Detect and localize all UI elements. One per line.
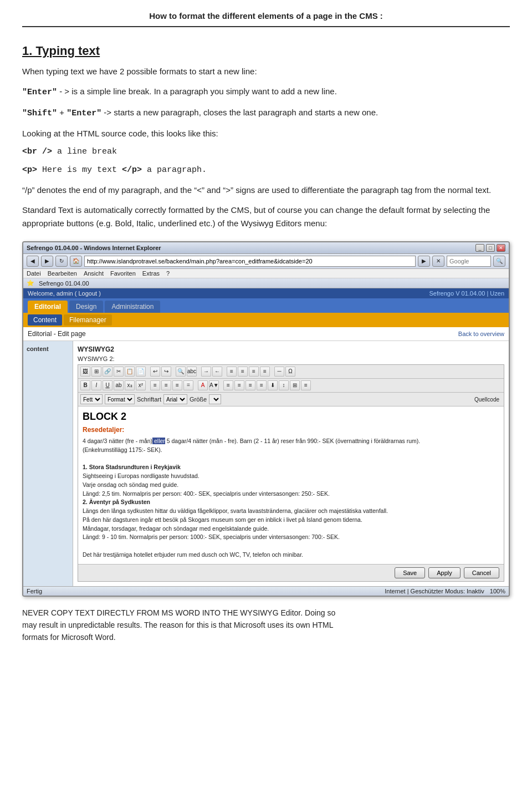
tb-spell[interactable]: abc [187,367,197,377]
tb-align-left[interactable]: ≡ [227,367,237,377]
tb-ol[interactable]: ≡ [161,380,171,390]
tb-more3[interactable]: ≡ [245,380,255,390]
tb-cut[interactable]: ✂ [114,367,124,377]
tab-design[interactable]: Design [69,301,103,313]
search-box[interactable] [447,256,491,267]
menu-help[interactable]: ? [166,270,170,277]
menu-extras[interactable]: Extras [142,270,160,277]
para3: “/p” denotes the end of my paragraph, an… [22,184,510,197]
back-btn[interactable]: ◀ [27,256,39,267]
save-button[interactable]: Save [395,567,425,578]
tb-outdent[interactable]: ← [212,367,222,377]
tb-ul[interactable]: ≡ [150,380,160,390]
browser-menubar: Datei Bearbeiten Ansicht Favoriten Extra… [23,269,509,278]
size-select[interactable] [209,394,221,404]
minimize-btn[interactable]: _ [475,244,484,252]
tb-undo[interactable]: ↩ [150,367,160,377]
tb-subscript[interactable]: x₂ [125,380,135,390]
cms-nav-top: Welcome, admin ( Logout ) Sefrengo V 01.… [23,288,509,298]
tb-align-center[interactable]: ≡ [238,367,248,377]
cms-content-area: content WYSIWYG2 WYSIWYG 2: 🖼 ⊞ 🔗 ✂ 📋 📄 … [23,341,509,586]
tb-table2[interactable]: ⊞ [290,380,300,390]
code-br: <br /> a line break [22,147,510,156]
tb-italic[interactable]: I [91,380,101,390]
zoom-level: 100% [490,588,505,594]
tb-more7[interactable]: ≡ [301,380,311,390]
breadcrumb-text: Editorial - Edit page [28,330,86,338]
tb-image[interactable]: 🖼 [80,367,90,377]
tb-blockquote[interactable]: ≡ [172,380,182,390]
tb-more6[interactable]: ↕ [279,380,289,390]
wysiwyg-toolbar-row2: B I U ab x₂ x² ≡ ≡ ≡ = A A▼ ≡ ≡ [78,379,504,393]
tb-more4[interactable]: ≡ [257,380,267,390]
wysiwyg-format-bar: Fett Format Schriftart Arial Größe Quell… [78,393,504,406]
tb-special[interactable]: Ω [285,367,295,377]
close-btn[interactable]: ✕ [497,244,505,252]
menu-datei[interactable]: Datei [27,270,41,277]
apply-button[interactable]: Apply [428,567,461,578]
tb-find[interactable]: 🔍 [176,367,186,377]
browser-title: Sefrengo 01.04.00 - Windows Internet Exp… [27,245,161,251]
forward-btn[interactable]: ▶ [41,256,53,267]
shift-line: "Shift" + "Enter" -> starts a new paragr… [22,106,510,120]
menu-ansicht[interactable]: Ansicht [84,270,104,277]
wysiwyg-editor[interactable]: 🖼 ⊞ 🔗 ✂ 📋 📄 ↩ ↪ 🔍 abc → ← ≡ [78,364,504,582]
format-select-fett[interactable]: Fett [80,394,103,404]
tb-justify[interactable]: ≡ [260,367,270,377]
tb-bgcolor[interactable]: A▼ [209,380,219,390]
menu-bearbeiten[interactable]: Bearbeiten [48,270,77,277]
fav-label[interactable]: Sefrengo 01.04.00 [39,280,89,287]
maximize-btn[interactable]: □ [486,244,495,252]
tb-copy[interactable]: 📋 [125,367,135,377]
cms-breadcrumb: Editorial - Edit page Back to overview [23,327,509,341]
tb-table[interactable]: ⊞ [91,367,101,377]
cancel-button[interactable]: Cancel [464,567,499,578]
status-left: Fertig [27,588,42,594]
tb-more2[interactable]: ≡ [234,380,244,390]
wysiwyg-subtitle: WYSIWYG 2: [78,355,504,362]
tab-editorial[interactable]: Editorial [28,301,68,313]
status-right: Internet | Geschützter Modus: Inaktiv [385,588,484,594]
menu-favoriten[interactable]: Favoriten [110,270,136,277]
font-select[interactable]: Arial [163,394,187,404]
tb-superscript[interactable]: x² [136,380,146,390]
tb-align-right[interactable]: ≡ [249,367,259,377]
tb-more1[interactable]: ≡ [223,380,233,390]
page-title: How to format the different elements of … [22,11,510,27]
tb-link[interactable]: 🔗 [103,367,112,377]
tb-strikethrough[interactable]: ab [114,380,124,390]
format-select-format[interactable]: Format [105,394,135,404]
tb-divider[interactable]: = [183,380,193,390]
wysiwyg-body[interactable]: BLOCK 2 Resedetaljer: 4 dagar/3 nätter (… [78,406,504,564]
tb-fontcolor[interactable]: A [198,380,208,390]
browser-favbar: ⭐ Sefrengo 01.04.00 [23,278,509,288]
subtab-filemanager[interactable]: Filemanager [64,314,112,326]
para1: When typing text we have 2 possible form… [22,65,510,78]
back-to-overview[interactable]: Back to overview [458,331,504,337]
tb-more5[interactable]: ⬇ [268,380,278,390]
browser-titlebar: Sefrengo 01.04.00 - Windows Internet Exp… [23,242,509,254]
address-bar[interactable] [84,256,416,267]
tb-redo[interactable]: ↪ [161,367,171,377]
tb-indent[interactable]: → [201,367,211,377]
para4: Standard Text is automatically correctly… [22,204,510,230]
search-go-btn[interactable]: 🔍 [493,256,505,267]
tb-bold[interactable]: B [80,380,90,390]
refresh-btn[interactable]: ↻ [55,256,68,267]
quellcode-btn[interactable]: Quellcode [472,397,502,403]
tab-administration[interactable]: Administration [105,301,160,313]
subtab-content[interactable]: Content [28,314,62,326]
go-btn[interactable]: ▶ [418,256,430,267]
cms-main-tabs: Editorial Design Administration [23,298,509,313]
tb-underline[interactable]: U [103,380,112,390]
wysiwyg-title: WYSIWYG2 [78,345,504,353]
home-btn[interactable]: 🏠 [70,256,82,267]
fav-icon: ⭐ [27,279,34,287]
cms-welcome: Welcome, admin ( Logout ) [28,290,101,297]
tb-hr[interactable]: ─ [274,367,284,377]
warning-text: NEVER COPY TEXT DIRECTLY FROM MS WORD IN… [22,607,510,644]
stop-btn[interactable]: ✕ [432,256,444,267]
code-p: <p> Here is my text </p> a paragraph. [22,165,510,175]
tb-paste[interactable]: 📄 [136,367,146,377]
cms-sidebar: content [23,341,73,586]
